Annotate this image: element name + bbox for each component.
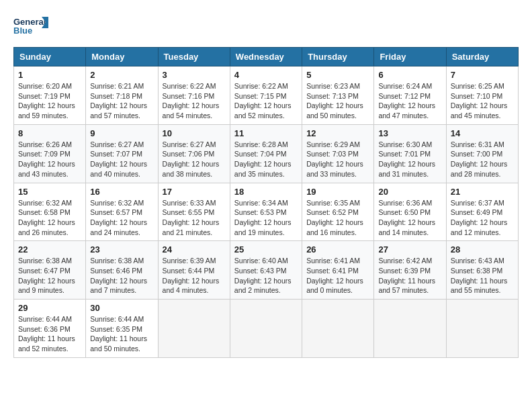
calendar-day-cell: 19Sunrise: 6:35 AM Sunset: 6:52 PM Dayli… <box>302 183 374 241</box>
day-number: 10 <box>163 128 226 138</box>
calendar-day-cell <box>446 300 518 358</box>
calendar-day-cell: 3Sunrise: 6:22 AM Sunset: 7:16 PM Daylig… <box>158 66 230 125</box>
day-of-week-header: Friday <box>374 48 446 66</box>
day-number: 7 <box>451 70 514 80</box>
calendar-day-cell: 17Sunrise: 6:33 AM Sunset: 6:55 PM Dayli… <box>158 183 230 241</box>
logo: GeneralBlue <box>13 13 50 40</box>
calendar-day-cell: 9Sunrise: 6:27 AM Sunset: 7:07 PM Daylig… <box>86 124 158 183</box>
calendar-day-cell: 18Sunrise: 6:34 AM Sunset: 6:53 PM Dayli… <box>230 183 302 241</box>
day-of-week-header: Monday <box>86 48 158 66</box>
day-info: Sunrise: 6:30 AM Sunset: 7:01 PM Dayligh… <box>378 140 441 179</box>
calendar-week-row: 15Sunrise: 6:32 AM Sunset: 6:58 PM Dayli… <box>14 183 519 241</box>
calendar-week-row: 8Sunrise: 6:26 AM Sunset: 7:09 PM Daylig… <box>14 124 519 183</box>
day-info: Sunrise: 6:24 AM Sunset: 7:12 PM Dayligh… <box>378 81 441 121</box>
calendar-day-cell: 15Sunrise: 6:32 AM Sunset: 6:58 PM Dayli… <box>14 183 86 241</box>
day-info: Sunrise: 6:43 AM Sunset: 6:38 PM Dayligh… <box>451 256 514 295</box>
day-info: Sunrise: 6:41 AM Sunset: 6:41 PM Dayligh… <box>306 256 369 295</box>
calendar-day-cell: 29Sunrise: 6:44 AM Sunset: 6:36 PM Dayli… <box>14 300 86 358</box>
calendar-header-row: SundayMondayTuesdayWednesdayThursdayFrid… <box>14 48 519 66</box>
calendar-day-cell: 13Sunrise: 6:30 AM Sunset: 7:01 PM Dayli… <box>374 124 446 183</box>
calendar-day-cell: 26Sunrise: 6:41 AM Sunset: 6:41 PM Dayli… <box>302 241 374 300</box>
day-number: 15 <box>18 187 81 197</box>
day-of-week-header: Saturday <box>446 48 518 66</box>
day-info: Sunrise: 6:39 AM Sunset: 6:44 PM Dayligh… <box>163 256 226 295</box>
day-number: 9 <box>90 128 153 138</box>
day-number: 11 <box>234 128 298 138</box>
calendar-day-cell <box>230 300 302 358</box>
calendar-day-cell <box>158 300 230 358</box>
day-number: 30 <box>90 303 153 313</box>
day-number: 8 <box>18 128 81 138</box>
day-info: Sunrise: 6:44 AM Sunset: 6:35 PM Dayligh… <box>90 314 153 354</box>
day-number: 25 <box>234 244 298 255</box>
calendar-day-cell: 7Sunrise: 6:25 AM Sunset: 7:10 PM Daylig… <box>446 66 518 125</box>
calendar-day-cell: 20Sunrise: 6:36 AM Sunset: 6:50 PM Dayli… <box>374 183 446 241</box>
day-info: Sunrise: 6:22 AM Sunset: 7:15 PM Dayligh… <box>234 81 298 121</box>
day-of-week-header: Sunday <box>14 48 86 66</box>
svg-text:Blue: Blue <box>13 26 32 36</box>
calendar-day-cell: 25Sunrise: 6:40 AM Sunset: 6:43 PM Dayli… <box>230 241 302 300</box>
day-of-week-header: Wednesday <box>230 48 302 66</box>
calendar-day-cell: 11Sunrise: 6:28 AM Sunset: 7:04 PM Dayli… <box>230 124 302 183</box>
day-of-week-header: Thursday <box>302 48 374 66</box>
day-number: 24 <box>163 244 226 255</box>
calendar-day-cell: 27Sunrise: 6:42 AM Sunset: 6:39 PM Dayli… <box>374 241 446 300</box>
day-of-week-header: Tuesday <box>158 48 230 66</box>
day-info: Sunrise: 6:33 AM Sunset: 6:55 PM Dayligh… <box>163 198 226 238</box>
day-info: Sunrise: 6:32 AM Sunset: 6:58 PM Dayligh… <box>18 198 81 238</box>
day-info: Sunrise: 6:28 AM Sunset: 7:04 PM Dayligh… <box>234 140 298 179</box>
day-number: 29 <box>18 303 81 313</box>
day-number: 21 <box>451 187 514 197</box>
calendar-day-cell: 5Sunrise: 6:23 AM Sunset: 7:13 PM Daylig… <box>302 66 374 125</box>
day-number: 27 <box>378 244 441 255</box>
day-info: Sunrise: 6:37 AM Sunset: 6:49 PM Dayligh… <box>451 198 514 238</box>
day-number: 23 <box>90 244 153 255</box>
day-info: Sunrise: 6:23 AM Sunset: 7:13 PM Dayligh… <box>306 81 369 121</box>
day-info: Sunrise: 6:26 AM Sunset: 7:09 PM Dayligh… <box>18 140 81 179</box>
calendar-day-cell: 1Sunrise: 6:20 AM Sunset: 7:19 PM Daylig… <box>14 66 86 125</box>
day-number: 5 <box>306 70 369 80</box>
calendar-day-cell: 12Sunrise: 6:29 AM Sunset: 7:03 PM Dayli… <box>302 124 374 183</box>
day-number: 1 <box>18 70 81 80</box>
logo-svg: GeneralBlue <box>13 13 50 40</box>
day-info: Sunrise: 6:40 AM Sunset: 6:43 PM Dayligh… <box>234 256 298 295</box>
day-info: Sunrise: 6:44 AM Sunset: 6:36 PM Dayligh… <box>18 314 81 354</box>
day-number: 6 <box>378 70 441 80</box>
day-number: 19 <box>306 187 369 197</box>
day-info: Sunrise: 6:31 AM Sunset: 7:00 PM Dayligh… <box>451 140 514 179</box>
calendar-day-cell: 6Sunrise: 6:24 AM Sunset: 7:12 PM Daylig… <box>374 66 446 125</box>
calendar-day-cell: 22Sunrise: 6:38 AM Sunset: 6:47 PM Dayli… <box>14 241 86 300</box>
day-number: 17 <box>163 187 226 197</box>
calendar-week-row: 22Sunrise: 6:38 AM Sunset: 6:47 PM Dayli… <box>14 241 519 300</box>
day-info: Sunrise: 6:42 AM Sunset: 6:39 PM Dayligh… <box>378 256 441 295</box>
day-info: Sunrise: 6:34 AM Sunset: 6:53 PM Dayligh… <box>234 198 298 238</box>
calendar-day-cell: 23Sunrise: 6:38 AM Sunset: 6:46 PM Dayli… <box>86 241 158 300</box>
day-info: Sunrise: 6:29 AM Sunset: 7:03 PM Dayligh… <box>306 140 369 179</box>
day-info: Sunrise: 6:27 AM Sunset: 7:07 PM Dayligh… <box>90 140 153 179</box>
calendar-week-row: 29Sunrise: 6:44 AM Sunset: 6:36 PM Dayli… <box>14 300 519 358</box>
day-number: 22 <box>18 244 81 255</box>
day-info: Sunrise: 6:21 AM Sunset: 7:18 PM Dayligh… <box>90 81 153 121</box>
day-number: 14 <box>451 128 514 138</box>
day-info: Sunrise: 6:36 AM Sunset: 6:50 PM Dayligh… <box>378 198 441 238</box>
day-info: Sunrise: 6:35 AM Sunset: 6:52 PM Dayligh… <box>306 198 369 238</box>
calendar-day-cell: 14Sunrise: 6:31 AM Sunset: 7:00 PM Dayli… <box>446 124 518 183</box>
day-number: 13 <box>378 128 441 138</box>
day-info: Sunrise: 6:38 AM Sunset: 6:47 PM Dayligh… <box>18 256 81 295</box>
day-info: Sunrise: 6:38 AM Sunset: 6:46 PM Dayligh… <box>90 256 153 295</box>
calendar-day-cell: 21Sunrise: 6:37 AM Sunset: 6:49 PM Dayli… <box>446 183 518 241</box>
calendar-day-cell: 10Sunrise: 6:27 AM Sunset: 7:06 PM Dayli… <box>158 124 230 183</box>
day-info: Sunrise: 6:25 AM Sunset: 7:10 PM Dayligh… <box>451 81 514 121</box>
day-info: Sunrise: 6:27 AM Sunset: 7:06 PM Dayligh… <box>163 140 226 179</box>
calendar-day-cell: 30Sunrise: 6:44 AM Sunset: 6:35 PM Dayli… <box>86 300 158 358</box>
calendar-day-cell <box>374 300 446 358</box>
day-number: 28 <box>451 244 514 255</box>
day-number: 4 <box>234 70 298 80</box>
day-number: 18 <box>234 187 298 197</box>
day-number: 26 <box>306 244 369 255</box>
day-number: 12 <box>306 128 369 138</box>
day-number: 20 <box>378 187 441 197</box>
day-info: Sunrise: 6:32 AM Sunset: 6:57 PM Dayligh… <box>90 198 153 238</box>
calendar-week-row: 1Sunrise: 6:20 AM Sunset: 7:19 PM Daylig… <box>14 66 519 125</box>
calendar-day-cell: 24Sunrise: 6:39 AM Sunset: 6:44 PM Dayli… <box>158 241 230 300</box>
